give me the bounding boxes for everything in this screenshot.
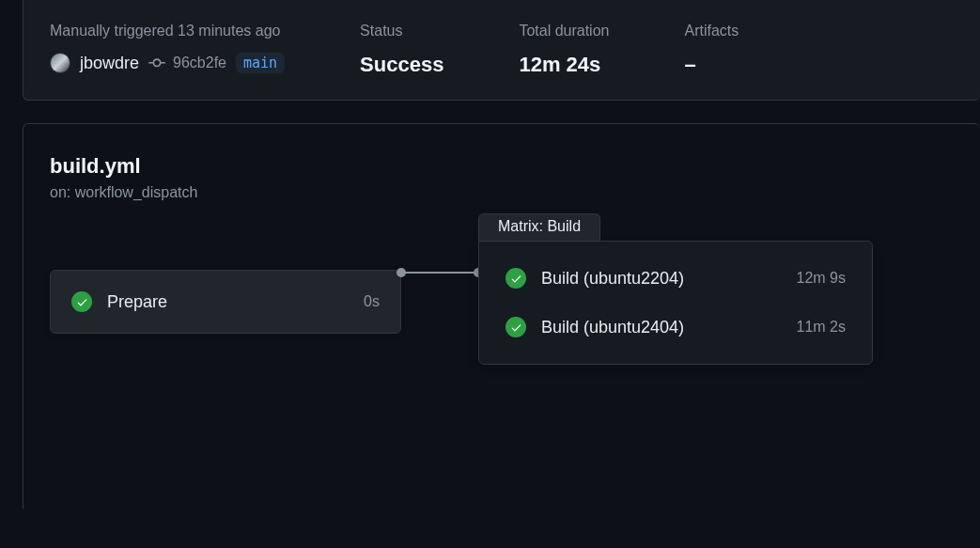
duration-column: Total duration 12m 24s (519, 23, 609, 77)
success-icon (506, 268, 526, 289)
job-duration: 12m 9s (797, 270, 846, 287)
run-summary-card: Manually triggered 13 minutes ago jbowdr… (23, 0, 980, 101)
job-card-matrix-1[interactable]: Build (ubuntu2404) 11m 2s (506, 317, 846, 337)
job-duration: 0s (364, 293, 380, 310)
graph-connector (401, 272, 478, 274)
matrix-group: Matrix: Build Build (ubuntu2204) 12m 9s … (478, 241, 873, 365)
job-name: Build (ubuntu2204) (541, 269, 782, 289)
matrix-tab-label[interactable]: Matrix: Build (478, 213, 600, 241)
job-card-prepare[interactable]: Prepare 0s (50, 270, 401, 334)
job-duration: 11m 2s (797, 319, 846, 336)
job-card-matrix-0[interactable]: Build (ubuntu2204) 12m 9s (506, 268, 846, 289)
job-name: Build (ubuntu2404) (541, 318, 782, 337)
status-label: Status (360, 23, 443, 39)
job-name: Prepare (107, 292, 349, 312)
trigger-text: Manually triggered 13 minutes ago (50, 23, 285, 39)
workflow-graph: Prepare 0s Matrix: Build Build (ubuntu22… (50, 241, 954, 365)
actor-row: jbowdre 96cb2fe main (50, 53, 285, 73)
status-value: Success (360, 53, 443, 77)
status-column: Status Success (360, 23, 443, 77)
trigger-column: Manually triggered 13 minutes ago jbowdr… (50, 23, 285, 77)
artifacts-label: Artifacts (684, 23, 739, 39)
duration-value[interactable]: 12m 24s (519, 53, 609, 77)
artifacts-value: – (684, 53, 739, 77)
success-icon (71, 291, 92, 312)
duration-label: Total duration (519, 23, 609, 39)
commit-sha-link[interactable]: 96cb2fe (173, 55, 226, 71)
commit-icon (148, 55, 165, 71)
workflow-title: build.yml (50, 154, 954, 179)
workflow-graph-card: build.yml on: workflow_dispatch Prepare … (23, 123, 980, 509)
avatar[interactable] (50, 53, 70, 73)
success-icon (506, 317, 526, 337)
branch-badge[interactable]: main (236, 53, 285, 73)
matrix-body: Build (ubuntu2204) 12m 9s Build (ubuntu2… (478, 241, 873, 365)
workflow-subtitle: on: workflow_dispatch (50, 184, 954, 201)
username-link[interactable]: jbowdre (80, 54, 139, 73)
artifacts-column: Artifacts – (684, 23, 739, 77)
prepare-node-wrapper: Prepare 0s (50, 270, 401, 334)
